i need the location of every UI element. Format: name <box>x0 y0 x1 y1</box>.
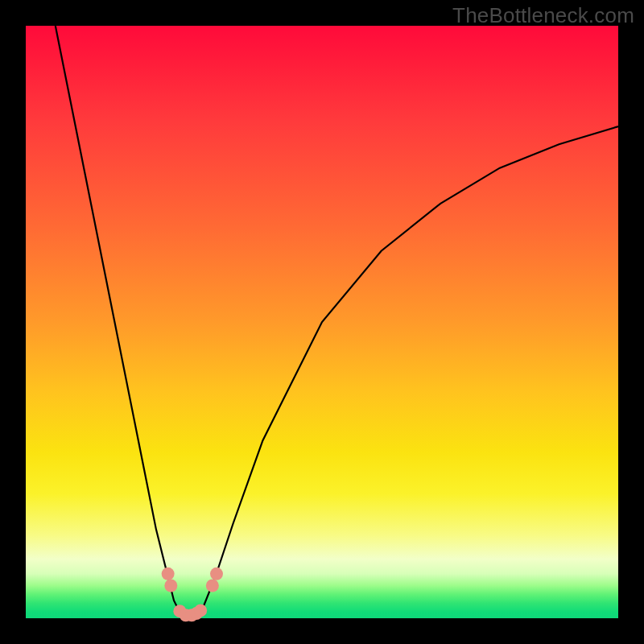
bottleneck-curve <box>56 26 618 618</box>
watermark-text: TheBottleneck.com <box>452 3 634 28</box>
chart-frame: TheBottleneck.com <box>0 0 644 644</box>
curve-marker <box>206 580 219 592</box>
curve-layer <box>26 26 618 618</box>
curve-marker <box>210 568 223 580</box>
curve-marker <box>194 604 207 617</box>
plot-area <box>26 26 618 618</box>
curve-markers <box>162 568 223 622</box>
curve-marker <box>162 568 175 580</box>
curve-marker <box>164 580 177 592</box>
